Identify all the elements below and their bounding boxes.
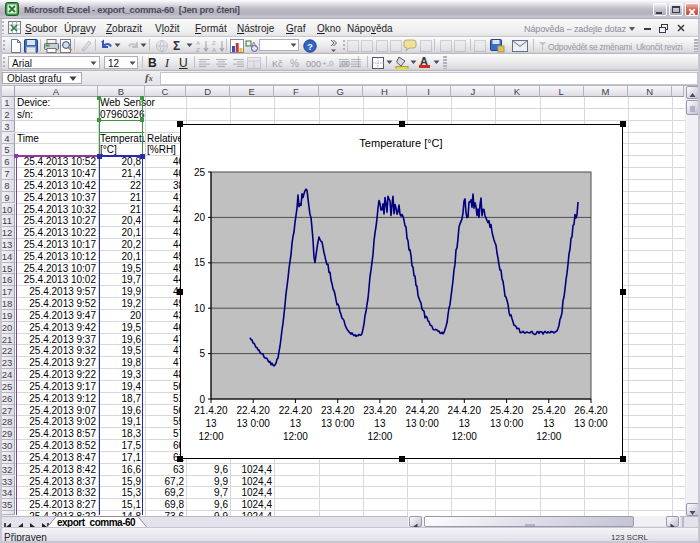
svg-text:A: A (251, 40, 257, 49)
svg-text:A: A (212, 47, 216, 53)
svg-text:23.4.20: 23.4.20 (321, 405, 355, 416)
svg-text:15: 15 (194, 257, 206, 268)
svg-text:13: 13 (290, 418, 302, 429)
svg-text:5: 5 (199, 348, 205, 359)
svg-text:13 0:00: 13 0:00 (405, 418, 439, 429)
svg-text:+,0: +,0 (322, 59, 334, 68)
svg-text:12:00: 12:00 (367, 431, 392, 442)
svg-text:12:00: 12:00 (452, 431, 477, 442)
svg-text:12:00: 12:00 (536, 431, 561, 442)
svg-text:Z: Z (196, 47, 200, 53)
svg-text:%: % (290, 58, 299, 69)
svg-text:13: 13 (543, 418, 555, 429)
svg-text:0: 0 (199, 394, 205, 405)
svg-text:13: 13 (374, 418, 386, 429)
svg-text:13 0:00: 13 0:00 (490, 418, 524, 429)
svg-text:24.4.20: 24.4.20 (405, 405, 439, 416)
svg-text:26.4.20: 26.4.20 (574, 405, 608, 416)
svg-text:25.4.20: 25.4.20 (490, 405, 524, 416)
svg-text:12:00: 12:00 (283, 431, 308, 442)
svg-text:13: 13 (459, 418, 471, 429)
svg-text:25: 25 (194, 167, 206, 178)
svg-text:A: A (196, 40, 200, 46)
svg-text:22.4.20: 22.4.20 (279, 405, 313, 416)
svg-text:000: 000 (306, 59, 321, 69)
svg-text:20: 20 (194, 212, 206, 223)
svg-text:21.4.20: 21.4.20 (194, 405, 228, 416)
svg-text:Kč: Kč (272, 59, 283, 69)
svg-text:13 0:00: 13 0:00 (574, 418, 608, 429)
svg-text:Temperature [°C]: Temperature [°C] (359, 137, 442, 149)
svg-text:13 0:00: 13 0:00 (237, 418, 271, 429)
svg-text:22.4.20: 22.4.20 (237, 405, 271, 416)
svg-text:25.4.20: 25.4.20 (532, 405, 566, 416)
svg-text:12:00: 12:00 (198, 431, 223, 442)
svg-text:Z: Z (212, 40, 216, 46)
svg-text:24.4.20: 24.4.20 (448, 405, 482, 416)
svg-text:23.4.20: 23.4.20 (363, 405, 397, 416)
svg-text:13 0:00: 13 0:00 (321, 418, 355, 429)
svg-text:13: 13 (205, 418, 217, 429)
svg-text:?: ? (307, 42, 313, 52)
svg-text:10: 10 (194, 303, 206, 314)
